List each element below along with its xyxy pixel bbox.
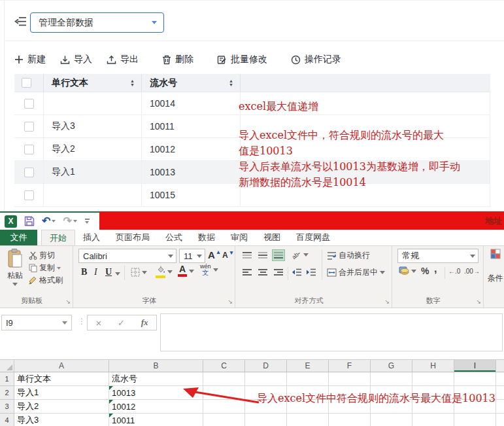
cell[interactable] [371, 372, 412, 386]
cell[interactable] [287, 414, 329, 426]
cell[interactable] [245, 372, 287, 386]
accounting-format-button[interactable] [399, 266, 416, 275]
row-checkbox[interactable] [24, 122, 34, 132]
col-header-B[interactable]: B [109, 360, 203, 372]
row-header-2[interactable]: 2 [0, 386, 14, 400]
tab-page-layout[interactable]: 页面布局 [108, 230, 158, 245]
orientation-button[interactable]: ab [292, 250, 309, 260]
align-bottom-button[interactable] [272, 249, 285, 261]
insert-function-button[interactable]: fx [141, 317, 148, 328]
shrink-font-button[interactable]: A▾ [222, 251, 233, 260]
increase-indent-button[interactable] [305, 266, 318, 278]
cell[interactable] [245, 414, 287, 426]
row-header-3[interactable]: 3 [0, 400, 14, 414]
increase-decimal-button[interactable]: ←.0 [448, 268, 460, 275]
tab-view[interactable]: 视图 [256, 230, 288, 245]
undo-button[interactable]: ↶ [42, 216, 56, 226]
col-header-D[interactable]: D [245, 360, 287, 372]
col-header-H[interactable]: H [412, 360, 454, 372]
col-header-C[interactable]: C [203, 360, 245, 372]
batch-edit-button[interactable]: 批量修改 [217, 54, 267, 65]
paste-button[interactable]: 粘贴 [5, 249, 25, 286]
cell[interactable] [496, 372, 504, 386]
enter-button[interactable]: ✓ [118, 318, 125, 328]
name-box[interactable]: I9 [1, 315, 72, 330]
cell[interactable] [287, 372, 329, 386]
bold-button[interactable]: B [81, 267, 87, 277]
cell-A3[interactable]: 导入2 [14, 400, 109, 414]
select-all-corner[interactable] [0, 360, 14, 372]
history-button[interactable]: 操作记录 [291, 54, 341, 65]
cell-A1[interactable]: 单行文本 [14, 372, 109, 386]
row-checkbox[interactable] [24, 145, 34, 154]
col-header-E[interactable]: E [287, 360, 329, 372]
alignment-dialog-launcher-icon[interactable]: ↘ [384, 299, 390, 305]
tab-data[interactable]: 数据 [190, 230, 223, 245]
wrap-text-button[interactable]: 自动换行 [327, 250, 370, 261]
export-button[interactable]: 导出 [107, 54, 139, 65]
collapse-sidebar-icon[interactable] [14, 16, 27, 27]
new-button[interactable]: 新建 [14, 54, 46, 65]
cell-B1[interactable]: 流水号 [109, 372, 203, 386]
chevron-down-icon[interactable] [52, 220, 56, 222]
row-checkbox[interactable] [24, 168, 34, 177]
decrease-indent-button[interactable] [290, 266, 303, 278]
font-color-button[interactable]: A [178, 265, 194, 277]
conditional-formatting-button[interactable]: 条件 [486, 249, 504, 284]
select-all-checkbox[interactable] [22, 78, 31, 88]
cell[interactable] [412, 372, 454, 386]
grow-font-button[interactable]: A▴ [208, 249, 220, 260]
formula-input[interactable] [160, 313, 503, 351]
cell[interactable] [329, 372, 371, 386]
chevron-down-icon[interactable] [73, 220, 77, 222]
cell[interactable] [412, 414, 454, 426]
col-header-I-active[interactable]: I [454, 360, 496, 372]
tab-formulas[interactable]: 公式 [158, 230, 190, 245]
cell[interactable] [496, 386, 504, 400]
font-dialog-launcher-icon[interactable]: ↘ [227, 299, 233, 305]
cut-button[interactable]: 剪切 [29, 250, 55, 261]
clipboard-dialog-launcher-icon[interactable]: ↘ [65, 299, 71, 305]
underline-button[interactable]: U [105, 267, 112, 277]
col-header-F[interactable]: F [329, 360, 371, 372]
customize-qat-button[interactable] [85, 219, 90, 224]
cell[interactable] [203, 414, 245, 426]
comma-style-button[interactable]: , [434, 263, 437, 275]
tab-file[interactable]: 文件 [0, 230, 37, 245]
tab-insert[interactable]: 插入 [75, 230, 108, 245]
italic-button[interactable]: I [94, 267, 97, 277]
font-size-combobox[interactable]: 11 [179, 249, 205, 263]
row-header-4[interactable]: 4 [0, 414, 14, 426]
cell[interactable] [329, 414, 371, 426]
cell-A4[interactable]: 导入3 [14, 414, 109, 426]
save-button[interactable] [24, 216, 35, 226]
cell[interactable] [496, 414, 504, 426]
view-selector-dropdown[interactable]: 管理全部数据 [30, 12, 164, 33]
tab-home[interactable]: 开始 [41, 230, 75, 245]
redo-button[interactable]: ↷ [63, 216, 76, 226]
copy-button[interactable]: 复制 [29, 262, 61, 274]
cell[interactable] [496, 400, 504, 414]
sort-icon[interactable]: ▲▼ [130, 79, 136, 87]
borders-button[interactable] [131, 268, 147, 277]
align-right-button[interactable] [272, 266, 285, 278]
merge-center-button[interactable]: 合并后居中 [327, 267, 385, 278]
align-center-button[interactable] [256, 266, 269, 278]
sort-icon[interactable]: ▲▼ [229, 79, 235, 87]
col-header-A[interactable]: A [14, 360, 109, 372]
cell[interactable] [454, 414, 496, 426]
number-format-combobox[interactable]: 常规 [397, 249, 479, 263]
import-button[interactable]: 导入 [60, 54, 92, 65]
align-top-button[interactable] [241, 249, 254, 261]
underline-options-chevron-icon[interactable] [115, 272, 120, 275]
row-header-1[interactable]: 1 [0, 372, 14, 386]
cell[interactable] [371, 414, 412, 426]
col-header-G[interactable]: G [371, 360, 412, 372]
percent-style-button[interactable]: % [421, 266, 429, 276]
delete-button[interactable]: 删除 [162, 54, 193, 65]
tab-baidu-netdisk[interactable]: 百度网盘 [288, 230, 338, 245]
cell-B4[interactable]: 10011 [109, 414, 203, 426]
format-painter-button[interactable]: 格式刷 [29, 275, 63, 286]
row-checkbox[interactable] [24, 99, 34, 109]
number-dialog-launcher-icon[interactable]: ↘ [476, 299, 481, 305]
